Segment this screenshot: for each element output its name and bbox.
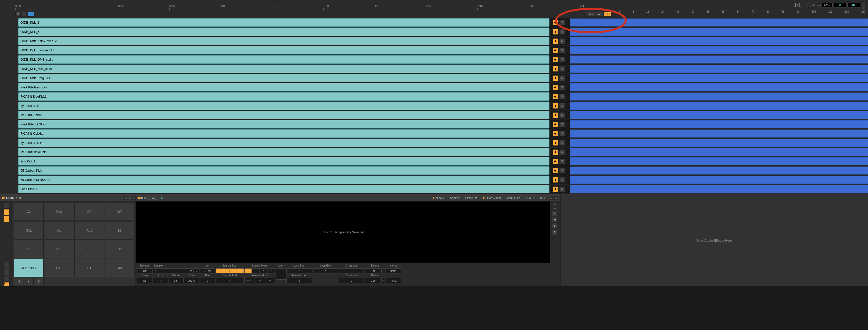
chain-icon[interactable] (3, 209, 9, 215)
view-toggle-1[interactable] (16, 12, 20, 16)
sampler-hotswap-icon[interactable] (549, 196, 553, 200)
scale-value[interactable]: 100 % (184, 278, 199, 283)
zone-area[interactable] (570, 175, 868, 184)
solo-button[interactable]: S (559, 159, 565, 164)
mute-button[interactable] (553, 85, 558, 90)
drum-pad[interactable]: E1 (14, 240, 43, 258)
drum-pad[interactable]: G1 (105, 240, 134, 258)
sample-name[interactable]: 7y9A Kit-KickGlitch (18, 120, 550, 129)
pan-value[interactable]: C (200, 278, 215, 283)
mute-button[interactable] (553, 121, 558, 127)
drum-pad[interactable]: A#1 (74, 221, 104, 240)
drum-pad[interactable]: C#1 (44, 259, 74, 277)
sample-row[interactable]: 7y9A Kit-NinjaKickS (0, 147, 868, 157)
sample-row[interactable]: 7y9A Kit-Kick10S (0, 111, 868, 120)
sample-row[interactable]: 7y9A Kit-KickHatS (0, 129, 868, 138)
crossfade2-value[interactable]: 0 (339, 278, 365, 283)
sample-name[interactable]: 7y9A Kit-KickHat (18, 129, 550, 138)
release-mode-icons[interactable]: OFF (244, 278, 275, 283)
l-button[interactable]: L (552, 223, 558, 229)
mute-button[interactable] (553, 186, 558, 192)
solo-button[interactable]: S (559, 103, 565, 109)
zone-bar[interactable] (570, 37, 868, 45)
snap-value[interactable]: Off (137, 278, 152, 283)
drum-pad[interactable]: F1 (44, 240, 74, 258)
drum-pad[interactable]: C2 (14, 202, 43, 221)
drum-pad-selected[interactable]: 00DB_Kick_2 (14, 259, 43, 277)
zone-area[interactable] (570, 138, 868, 147)
sample-name[interactable]: 65-Carbon-Kick (18, 166, 550, 175)
ram-button[interactable]: RAM (386, 278, 401, 283)
sample-row[interactable]: 7y9A Kit-BlueKick1S (0, 92, 868, 101)
sample-name[interactable]: 9inz Kick 1 (18, 157, 550, 166)
sample-row[interactable]: 00DB_Kick_Prog_BDS (0, 74, 868, 83)
zone-area[interactable] (570, 36, 868, 46)
pad-m-button[interactable]: M (14, 278, 23, 285)
tab-mpe[interactable]: MPE (537, 196, 549, 200)
zone-area[interactable] (570, 55, 868, 64)
solo-button[interactable]: S (559, 131, 565, 136)
sample-name[interactable]: 90sKit-kick1 (18, 185, 550, 193)
sample-row[interactable]: 9inz Kick 1S (0, 157, 868, 166)
solo-button[interactable]: S (559, 121, 565, 127)
release-loop-value[interactable]: 0 (286, 278, 312, 283)
mute-button[interactable] (553, 57, 558, 62)
zone-bar[interactable] (570, 46, 868, 54)
master-value2[interactable]: -10.0 (847, 3, 860, 7)
reverse-value[interactable]: Off (137, 268, 152, 273)
drum-pad[interactable]: C#2 (44, 202, 74, 221)
zone-bar[interactable] (570, 111, 868, 119)
sample-name[interactable]: 7y9A Kit-KickHat2 (18, 139, 550, 147)
macro-icon[interactable] (3, 202, 9, 209)
mute-button[interactable] (553, 103, 558, 109)
time-sig-dropdown[interactable]: 1/2 (822, 3, 833, 7)
mute-button[interactable] (553, 29, 558, 35)
zone-bar[interactable] (570, 56, 868, 63)
sample-row[interactable]: 00DB_Kick_Nice_clonkS (0, 64, 868, 74)
zone-area[interactable] (570, 92, 868, 101)
master-value1[interactable]: 0 (834, 3, 846, 7)
mute-button[interactable] (553, 20, 558, 25)
drum-pad[interactable]: G#1 (14, 221, 43, 240)
zone-area[interactable] (570, 18, 868, 27)
sampler-save-icon[interactable] (554, 196, 558, 200)
loop-end-value[interactable]: * (313, 268, 338, 273)
sample-row[interactable]: 00DB_Kick_Blondie_clubS (0, 46, 868, 55)
mute-button[interactable] (553, 177, 558, 183)
mute-button[interactable] (553, 140, 558, 146)
sample-row[interactable]: 00DB_Kick_Astrix_style_2S (0, 36, 868, 46)
device-activator-icon[interactable] (2, 197, 5, 199)
sample-name[interactable]: 7y9A Kit-Kick9 (18, 102, 550, 110)
sample-row[interactable]: 65-Carbon-KickSnareS (0, 175, 868, 185)
zone-bar[interactable] (570, 157, 868, 165)
zone-bar[interactable] (570, 148, 868, 156)
detune3-value[interactable]: 0 ct (365, 278, 381, 283)
zone-bar[interactable] (570, 19, 868, 26)
zone-area[interactable] (570, 64, 868, 73)
pad-overview-up[interactable] (3, 262, 9, 268)
drum-pad[interactable]: D#1 (105, 259, 134, 277)
sample-row[interactable]: 7y9A Kit-BassKick2S (0, 83, 868, 92)
sel-button[interactable]: Sel (604, 12, 611, 17)
sample-row[interactable]: 7y9A Kit-KickGlitchS (0, 120, 868, 129)
zone-area[interactable] (570, 83, 868, 92)
mute-button[interactable] (553, 149, 558, 155)
drum-pad[interactable]: D2 (74, 202, 104, 221)
sample-start-value[interactable]: 0 (216, 268, 244, 273)
mute-button[interactable] (553, 66, 558, 72)
solo-button[interactable]: S (559, 112, 565, 118)
drum-pad[interactable]: B1 (105, 221, 134, 240)
tab-sample[interactable]: Sample (447, 196, 462, 200)
audio-effects-drop-area[interactable]: Drop Audio Effects Here (560, 194, 868, 286)
zone-bar[interactable] (570, 167, 868, 174)
link-button[interactable] (276, 268, 286, 280)
zone-bar[interactable] (570, 92, 868, 101)
zone-bar[interactable] (570, 74, 868, 82)
tab-filter[interactable]: Filter/Global (480, 196, 503, 200)
zone-area[interactable] (570, 185, 868, 194)
detune3-arrow-icon[interactable] (381, 278, 385, 283)
mute-button[interactable] (553, 38, 558, 44)
detune2-value[interactable]: 0 ct (365, 268, 381, 273)
zone-area[interactable] (570, 27, 868, 36)
sample-name[interactable]: 7y9A Kit-BlueKick1 (18, 92, 550, 101)
